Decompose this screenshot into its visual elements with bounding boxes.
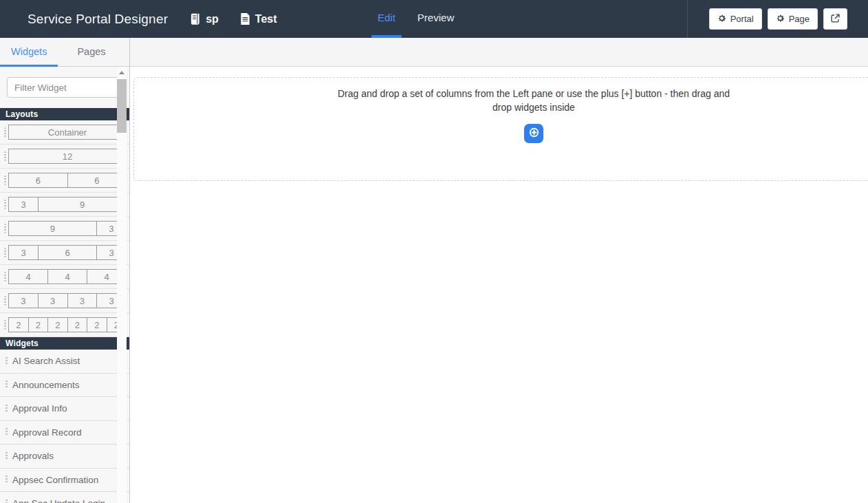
portal-button-label: Portal <box>730 14 754 24</box>
layout-column-box: 3 <box>38 293 68 308</box>
layout-row[interactable]: Container <box>0 120 129 145</box>
drag-handle-icon[interactable] <box>4 152 6 161</box>
layout-column-box: 2 <box>67 317 88 332</box>
drag-handle-icon[interactable] <box>4 297 6 306</box>
layout-columns: 93 <box>8 221 127 236</box>
page-settings-button[interactable]: Page <box>768 8 818 30</box>
portal-settings-button[interactable]: Portal <box>709 8 762 30</box>
layout-columns: 39 <box>8 197 127 212</box>
layout-column-box: Container <box>8 125 127 140</box>
drag-handle-icon[interactable] <box>4 321 6 330</box>
layout-row[interactable]: 3333 <box>0 289 129 313</box>
layout-column-box: 4 <box>8 269 48 284</box>
drag-handle-icon[interactable] <box>4 128 6 137</box>
drag-handle-icon[interactable] <box>6 357 8 365</box>
layout-column-box: 2 <box>87 317 107 332</box>
layout-row[interactable]: 363 <box>0 241 129 265</box>
layout-row[interactable]: 12 <box>0 145 129 169</box>
sidebar-tab-widgets[interactable]: Widgets <box>0 38 58 67</box>
layout-column-box: 2 <box>8 317 29 332</box>
header-actions: Portal Page <box>687 0 868 38</box>
scroll-up-icon[interactable] <box>119 71 124 74</box>
page-canvas: Drag and drop a set of columns from the … <box>130 67 868 503</box>
tab-preview[interactable]: Preview <box>411 0 460 38</box>
layout-columns: 66 <box>8 173 127 188</box>
layout-column-box: 3 <box>8 245 39 260</box>
layout-columns: 222222 <box>8 317 127 332</box>
filter-widget-input[interactable] <box>7 77 121 98</box>
drag-handle-icon[interactable] <box>4 248 6 257</box>
add-container-button[interactable] <box>524 124 543 143</box>
widget-list-item[interactable]: Announcements <box>0 374 129 398</box>
plus-circle-icon <box>528 127 540 140</box>
widget-list-item[interactable]: App Sec Update Login <box>0 492 129 503</box>
drag-handle-icon[interactable] <box>4 224 6 233</box>
widget-list-item[interactable]: Appsec Confirmation <box>0 469 129 493</box>
header-divider <box>687 0 688 38</box>
open-portal-button[interactable] <box>823 8 847 30</box>
main-top-strip <box>130 38 868 67</box>
drag-handle-icon[interactable] <box>6 428 8 436</box>
sidebar-tab-pages[interactable]: Pages <box>66 38 116 67</box>
layouts-list: Container126639933634443333222222 <box>0 120 129 337</box>
layout-column-box: 3 <box>8 197 39 212</box>
widget-label: AI Search Assist <box>12 356 80 366</box>
sidebar-scroll-area: Layouts Container12663993363444333322222… <box>0 67 129 503</box>
drag-handle-icon[interactable] <box>6 475 8 484</box>
drag-handle-icon[interactable] <box>4 272 6 281</box>
layout-column-box: 4 <box>47 269 87 284</box>
portal-chip[interactable]: sp <box>188 12 219 25</box>
layout-column-box: 6 <box>8 173 68 188</box>
content-row: Widgets Pages Layouts Container126639933… <box>0 38 868 503</box>
layout-column-box: 6 <box>38 245 97 260</box>
layout-row[interactable]: 66 <box>0 169 129 193</box>
tab-edit[interactable]: Edit <box>371 0 402 38</box>
sidebar-scrollbar[interactable] <box>117 67 127 503</box>
drag-handle-icon[interactable] <box>4 176 6 185</box>
widgets-section-header: Widgets <box>0 337 129 350</box>
widget-list-item[interactable]: AI Search Assist <box>0 350 129 374</box>
page-chip[interactable]: Test <box>239 12 277 25</box>
widget-label: Appsec Confirmation <box>12 475 98 485</box>
widget-label: Announcements <box>12 380 80 390</box>
layout-column-box: 12 <box>8 149 127 164</box>
drag-handle-icon[interactable] <box>6 381 8 389</box>
layout-row[interactable]: 222222 <box>0 313 129 337</box>
file-icon <box>239 12 251 25</box>
scrollbar-thumb[interactable] <box>117 79 127 133</box>
layout-columns: 3333 <box>8 293 127 308</box>
widget-list-item[interactable]: Approvals <box>0 445 129 469</box>
column-dropzone[interactable]: Drag and drop a set of columns from the … <box>133 77 868 181</box>
widget-list-item[interactable]: Approval Info <box>0 397 129 421</box>
drag-handle-icon[interactable] <box>6 500 8 503</box>
layout-column-box: 2 <box>28 317 49 332</box>
widget-label: Approvals <box>12 451 54 461</box>
gear-icon <box>717 14 726 25</box>
widget-label: App Sec Update Login <box>12 498 105 503</box>
layout-columns: 12 <box>8 149 127 164</box>
app-header: Service Portal Designer sp Test Edit Pre… <box>0 0 868 38</box>
page-title: Service Portal Designer <box>28 12 168 27</box>
drag-handle-icon[interactable] <box>6 405 8 413</box>
widget-list-item[interactable]: Approval Record <box>0 421 129 445</box>
layout-row[interactable]: 39 <box>0 193 129 217</box>
sidebar: Widgets Pages Layouts Container126639933… <box>0 38 130 503</box>
layout-column-box: 3 <box>67 293 98 308</box>
layout-columns: Container <box>8 125 127 140</box>
widgets-list: AI Search AssistAnnouncementsApproval In… <box>0 350 129 503</box>
layout-columns: 363 <box>8 245 127 260</box>
dropzone-instructions: Drag and drop a set of columns from the … <box>330 87 737 114</box>
layout-column-box: 9 <box>8 221 97 236</box>
layout-row[interactable]: 93 <box>0 217 129 241</box>
layouts-section-header: Layouts <box>0 108 129 120</box>
layout-columns: 444 <box>8 269 127 284</box>
drag-handle-icon[interactable] <box>4 200 6 209</box>
sidebar-tabs: Widgets Pages <box>0 38 129 67</box>
layout-column-box: 9 <box>38 197 127 212</box>
gear-icon <box>776 14 785 25</box>
drag-handle-icon[interactable] <box>6 452 8 460</box>
page-chip-label: Test <box>255 13 277 25</box>
mode-tabs: Edit Preview <box>371 0 470 38</box>
external-link-icon <box>830 13 840 25</box>
layout-row[interactable]: 444 <box>0 265 129 289</box>
